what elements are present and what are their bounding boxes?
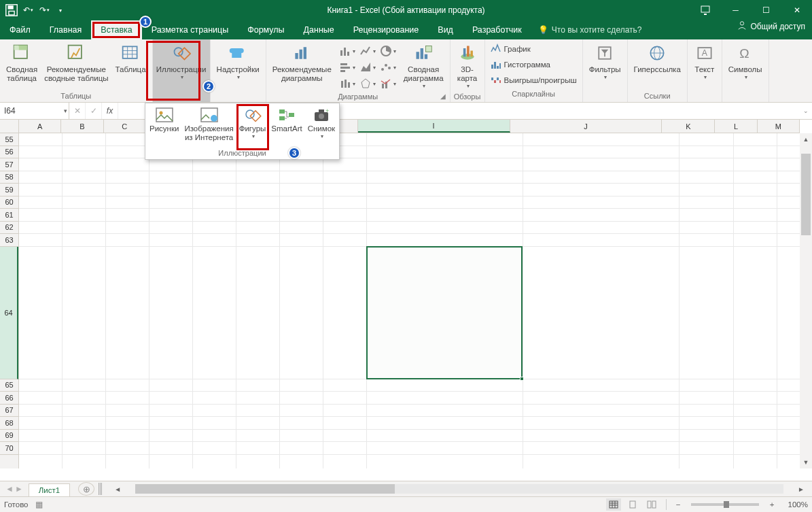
col-header-J[interactable]: J <box>510 120 663 133</box>
row-header-55[interactable]: 55 <box>0 133 18 146</box>
row-header-63[interactable]: 63 <box>0 234 18 247</box>
vertical-scrollbar[interactable]: ▲ ▼ <box>800 133 812 468</box>
zoom-level[interactable]: 100% <box>781 500 808 509</box>
zoom-slider[interactable] <box>691 503 759 506</box>
smartart-button[interactable]: SmartArt <box>268 105 304 148</box>
tab-developer[interactable]: Разработчик <box>463 20 531 39</box>
tab-view[interactable]: Вид <box>428 20 463 39</box>
row-header-59[interactable]: 59 <box>0 184 18 197</box>
add-sheet-button[interactable]: ⊕ <box>78 482 94 496</box>
row-header-62[interactable]: 62 <box>0 222 18 235</box>
row-header-64[interactable]: 64 <box>0 247 18 379</box>
share-button[interactable]: Общий доступ <box>737 20 805 32</box>
row-header-57[interactable]: 57 <box>0 158 18 171</box>
recommended-charts-button[interactable]: Рекомендуемые диаграммы <box>269 41 335 84</box>
row-header-60[interactable]: 60 <box>0 197 18 209</box>
tab-data[interactable]: Данные <box>294 20 344 39</box>
ribbon-options-button[interactable] <box>690 0 720 20</box>
expand-formula-bar[interactable]: ⌄ <box>800 103 812 119</box>
col-header-K[interactable]: K <box>662 120 715 133</box>
save-button[interactable] <box>4 3 19 18</box>
sparkline-winloss-button[interactable]: Выигрыш/проигрыш <box>488 74 580 86</box>
3d-map-button[interactable]: 3D- карта▾ <box>453 41 482 91</box>
screenshot-button[interactable]: + Снимок ▾ <box>305 105 338 148</box>
vscroll-thumb[interactable] <box>801 154 811 235</box>
symbols-button[interactable]: Ω Символы▾ <box>725 41 766 82</box>
col-header-C[interactable]: C <box>104 120 146 133</box>
view-pagebreak-button[interactable] <box>644 498 659 511</box>
cancel-formula-button[interactable]: ✕ <box>69 103 86 119</box>
cells-area[interactable] <box>19 133 800 468</box>
pivot-table-button[interactable]: Сводная таблица <box>3 41 41 84</box>
charts-dialog-launcher[interactable]: ◢ <box>440 92 448 101</box>
col-header-I[interactable]: I <box>358 120 510 133</box>
online-pictures-button[interactable]: Изображения из Интернета <box>181 105 236 148</box>
chart-radar-button[interactable]: ▾ <box>358 76 377 91</box>
tab-review[interactable]: Рецензирование <box>344 20 429 39</box>
chart-scatter-button[interactable]: ▾ <box>378 60 398 75</box>
row-header-70[interactable]: 70 <box>0 442 18 455</box>
zoom-in-button[interactable]: + <box>767 500 777 509</box>
maximize-button[interactable]: ☐ <box>751 0 781 20</box>
chart-bar-button[interactable]: ▾ <box>338 60 357 75</box>
chart-column-button[interactable]: ▾ <box>338 44 357 58</box>
sheet-tab-1[interactable]: Лист1 <box>29 483 70 496</box>
horizontal-scrollbar[interactable]: ◄ ► <box>112 484 807 494</box>
view-normal-button[interactable] <box>606 498 621 511</box>
zoom-out-button[interactable]: − <box>673 500 683 509</box>
scroll-left-button[interactable]: ◄ <box>112 485 123 493</box>
row-header-58[interactable]: 58 <box>0 171 18 184</box>
fill-handle[interactable] <box>520 377 524 381</box>
tab-file[interactable]: Файл <box>0 20 40 39</box>
tab-home[interactable]: Главная <box>40 20 92 39</box>
row-header-67[interactable]: 67 <box>0 405 18 417</box>
chart-stock-button[interactable]: ▾ <box>338 76 357 91</box>
chart-combo-button[interactable]: ▾ <box>378 76 398 91</box>
col-header-B[interactable]: B <box>61 120 103 133</box>
tell-me-search[interactable]: 💡 Что вы хотите сделать? <box>531 20 649 39</box>
fx-button[interactable]: fx <box>102 103 118 119</box>
tab-insert[interactable]: Вставка <box>91 20 141 39</box>
row-header-69[interactable]: 69 <box>0 430 18 443</box>
row-header-61[interactable]: 61 <box>0 209 18 222</box>
pictures-button[interactable]: Рисунки <box>147 105 181 148</box>
table-button[interactable]: Таблица <box>112 41 149 75</box>
addins-button[interactable]: Надстройки ▾ <box>213 41 263 82</box>
tab-nav[interactable]: ◄► <box>0 484 29 494</box>
col-header-A[interactable]: A <box>19 120 61 133</box>
sparkline-line-button[interactable]: График <box>488 43 580 55</box>
shapes-button[interactable]: Фигуры ▾ <box>236 105 269 148</box>
enter-formula-button[interactable]: ✓ <box>86 103 102 119</box>
recommended-pivot-button[interactable]: Рекомендуемые сводные таблицы <box>41 41 111 84</box>
qat-customize[interactable]: ▾ <box>53 3 68 18</box>
filters-button[interactable]: Фильтры▾ <box>586 41 624 82</box>
chart-area-button[interactable]: ▾ <box>358 60 377 75</box>
pivot-chart-button[interactable]: Сводная диаграмма▾ <box>400 41 447 91</box>
tab-split-handle[interactable] <box>99 483 103 495</box>
illustrations-dropdown-button[interactable]: Иллюстрации ▾ <box>156 41 207 82</box>
close-button[interactable]: ✕ <box>781 0 812 20</box>
zoom-thumb[interactable] <box>724 501 729 508</box>
scroll-right-button[interactable]: ► <box>796 485 807 493</box>
row-header-65[interactable]: 65 <box>0 379 18 392</box>
tab-pagelayout[interactable]: Разметка страницы <box>142 20 238 39</box>
view-pagelayout-button[interactable] <box>625 498 640 511</box>
undo-button[interactable]: ↶▾ <box>20 3 35 18</box>
select-all-cells[interactable] <box>0 120 19 133</box>
macro-record-icon[interactable]: ▦ <box>35 500 43 509</box>
row-header-66[interactable]: 66 <box>0 392 18 405</box>
chart-line-button[interactable]: ▾ <box>358 44 377 58</box>
tab-formulas[interactable]: Формулы <box>238 20 294 39</box>
hscroll-thumb[interactable] <box>135 484 395 494</box>
row-header-56[interactable]: 56 <box>0 146 18 159</box>
text-button[interactable]: A Текст▾ <box>690 41 719 82</box>
row-header-68[interactable]: 68 <box>0 417 18 430</box>
scroll-down-button[interactable]: ▼ <box>800 456 812 468</box>
col-header-M[interactable]: M <box>758 120 800 133</box>
hyperlink-button[interactable]: Гиперссылка <box>631 41 684 75</box>
name-box[interactable]: I64 ▾ <box>0 103 69 119</box>
redo-button[interactable]: ↷▾ <box>37 3 52 18</box>
sparkline-column-button[interactable]: Гистограмма <box>488 58 580 71</box>
chart-pie-button[interactable]: ▾ <box>378 44 398 58</box>
minimize-button[interactable]: ─ <box>720 0 751 20</box>
